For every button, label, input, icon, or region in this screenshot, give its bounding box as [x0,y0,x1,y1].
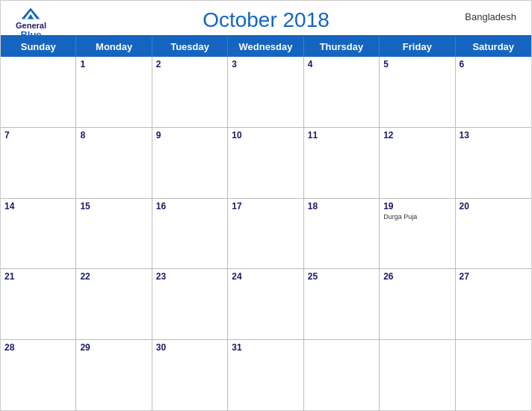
day-number: 31 [232,342,299,353]
day-number: 25 [308,271,375,282]
day-cell-3-4: 25 [304,269,380,339]
day-number: 21 [4,271,72,282]
day-number: 16 [156,201,223,211]
day-cell-3-1: 22 [76,269,152,339]
day-cell-4-0: 28 [1,340,76,410]
week-row-1: 78910111213 [1,128,531,199]
calendar-header: General Blue October 2018 Bangladesh [1,1,531,35]
logo-icon [20,7,41,20]
day-cell-3-6: 27 [456,269,531,339]
weeks-container: 12345678910111213141516171819Durga Puja2… [1,57,531,410]
day-number: 6 [460,59,528,69]
day-number: 13 [460,130,528,140]
week-row-3: 21222324252627 [1,269,531,340]
day-headers-row: Sunday Monday Tuesday Wednesday Thursday… [1,37,531,57]
day-cell-0-0 [1,57,76,127]
day-cell-2-3: 17 [228,199,303,269]
day-number: 20 [460,201,528,211]
day-cell-1-2: 9 [152,128,228,198]
header-wednesday: Wednesday [228,37,303,57]
day-cell-4-6 [456,340,531,410]
day-number: 5 [383,59,451,69]
day-cell-3-2: 23 [152,269,228,339]
day-number: 23 [156,271,223,282]
day-cell-1-5: 12 [380,128,455,198]
header-friday: Friday [380,37,455,57]
calendar-container: General Blue October 2018 Bangladesh Sun… [0,0,532,411]
day-cell-0-4: 4 [304,57,380,127]
logo-area: General Blue [16,7,46,40]
day-cell-1-0: 7 [1,128,76,198]
day-cell-0-2: 2 [152,57,228,127]
day-number: 22 [80,271,147,282]
day-number: 15 [80,201,147,211]
day-cell-1-3: 10 [228,128,303,198]
day-number: 19 [383,201,451,211]
logo-blue: Blue [20,30,41,40]
day-number: 7 [4,130,72,140]
week-row-4: 28293031 [1,340,531,410]
header-monday: Monday [76,37,152,57]
day-cell-3-3: 24 [228,269,303,339]
day-number: 18 [308,201,375,211]
day-number: 29 [80,342,147,353]
day-cell-1-6: 13 [456,128,531,198]
day-cell-3-0: 21 [1,269,76,339]
day-number: 9 [156,130,223,140]
day-number: 2 [156,59,223,69]
day-number: 4 [308,59,375,69]
header-thursday: Thursday [304,37,380,57]
day-number: 17 [232,201,299,211]
day-cell-1-4: 11 [304,128,380,198]
day-cell-4-5 [380,340,455,410]
day-cell-2-5: 19Durga Puja [380,199,455,269]
day-cell-0-3: 3 [228,57,303,127]
day-number: 3 [232,59,299,69]
header-tuesday: Tuesday [152,37,228,57]
day-number: 30 [156,342,223,353]
day-number: 14 [4,201,72,211]
day-number: 24 [232,271,299,282]
day-cell-2-6: 20 [456,199,531,269]
day-cell-4-3: 31 [228,340,303,410]
day-number: 27 [460,271,528,282]
day-number: 11 [308,130,375,140]
event-label: Durga Puja [383,213,451,220]
day-cell-4-1: 29 [76,340,152,410]
day-cell-2-0: 14 [1,199,76,269]
day-cell-2-2: 16 [152,199,228,269]
day-cell-0-6: 6 [456,57,531,127]
day-cell-4-2: 30 [152,340,228,410]
week-row-2: 141516171819Durga Puja20 [1,199,531,270]
country-label: Bangladesh [465,11,516,22]
day-cell-4-4 [304,340,380,410]
day-cell-1-1: 8 [76,128,152,198]
day-number: 26 [383,271,451,282]
calendar-grid: Sunday Monday Tuesday Wednesday Thursday… [1,35,531,410]
day-number: 1 [80,59,147,69]
day-cell-2-4: 18 [304,199,380,269]
header-saturday: Saturday [456,37,531,57]
day-number: 8 [80,130,147,140]
day-number: 28 [4,342,72,353]
day-number: 12 [383,130,451,140]
day-cell-0-5: 5 [380,57,455,127]
day-cell-2-1: 15 [76,199,152,269]
day-number: 10 [232,130,299,140]
day-cell-3-5: 26 [380,269,455,339]
month-title: October 2018 [202,8,330,32]
day-cell-0-1: 1 [76,57,152,127]
week-row-0: 123456 [1,57,531,128]
